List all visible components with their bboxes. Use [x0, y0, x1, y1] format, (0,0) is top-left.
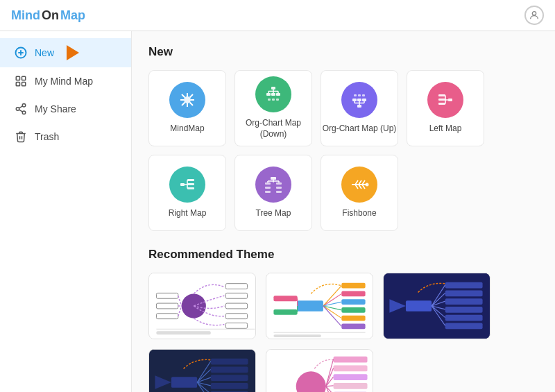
- svg-rect-55: [187, 183, 194, 185]
- main-layout: New My Mind Map: [0, 31, 555, 392]
- svg-rect-37: [362, 99, 366, 101]
- svg-rect-119: [445, 307, 483, 313]
- map-card-mindmap[interactable]: MindMap: [148, 70, 226, 146]
- svg-rect-25: [276, 93, 280, 96]
- map-card-right[interactable]: Right Map: [148, 155, 226, 231]
- logo-mind: Mind: [11, 8, 40, 23]
- mindmap-label: MindMap: [170, 123, 204, 135]
- svg-rect-113: [273, 334, 321, 337]
- logo-map: Map: [60, 8, 85, 23]
- theme-card-5[interactable]: [266, 349, 373, 392]
- header: MindOnMap: [0, 0, 555, 31]
- svg-rect-131: [211, 359, 248, 365]
- svg-rect-100: [341, 316, 365, 321]
- svg-rect-65: [276, 187, 282, 189]
- sidebar-item-my-share[interactable]: My Share: [0, 95, 131, 123]
- svg-rect-149: [334, 366, 368, 372]
- sidebar-mymindmap-label: My Mind Map: [35, 76, 93, 87]
- sidebar-item-new[interactable]: New: [0, 38, 131, 67]
- svg-line-21: [182, 103, 185, 106]
- new-arrow-icon: [67, 45, 79, 60]
- share-icon: [14, 102, 28, 116]
- svg-rect-22: [271, 87, 275, 90]
- svg-rect-4: [16, 76, 19, 80]
- sidebar: New My Mind Map: [0, 31, 132, 392]
- svg-rect-93: [156, 331, 210, 334]
- svg-rect-109: [273, 309, 297, 315]
- svg-rect-23: [266, 93, 271, 96]
- svg-rect-60: [271, 177, 276, 180]
- svg-rect-130: [171, 377, 197, 388]
- svg-rect-118: [445, 298, 483, 305]
- svg-rect-32: [272, 99, 275, 101]
- svg-rect-115: [406, 300, 432, 312]
- svg-rect-96: [341, 283, 365, 289]
- map-card-left[interactable]: Left Map: [407, 70, 484, 146]
- svg-rect-35: [352, 99, 357, 101]
- svg-rect-120: [445, 315, 483, 321]
- svg-rect-95: [298, 300, 323, 312]
- svg-rect-66: [276, 191, 282, 193]
- svg-rect-34: [357, 105, 361, 108]
- map-card-tree[interactable]: Tree Map: [234, 155, 312, 231]
- svg-rect-148: [334, 357, 368, 363]
- user-avatar[interactable]: [524, 6, 544, 25]
- svg-rect-101: [341, 323, 365, 329]
- tree-map-icon: [255, 167, 291, 203]
- trash-icon: [14, 130, 28, 144]
- svg-rect-6: [22, 76, 26, 80]
- svg-point-8: [22, 104, 26, 108]
- svg-rect-33: [276, 99, 279, 101]
- svg-rect-61: [265, 182, 271, 185]
- map-grid: MindMap: [148, 70, 538, 231]
- svg-rect-117: [445, 290, 483, 296]
- theme-card-2[interactable]: [266, 273, 373, 339]
- svg-point-80: [182, 293, 206, 318]
- org-down-icon: [255, 76, 291, 112]
- mindmap-icon: [169, 82, 205, 118]
- sidebar-item-my-mind-map[interactable]: My Mind Map: [0, 67, 131, 95]
- svg-rect-134: [211, 383, 248, 389]
- svg-rect-24: [271, 93, 275, 96]
- svg-rect-45: [362, 94, 365, 96]
- svg-rect-31: [268, 99, 271, 101]
- svg-line-19: [190, 103, 194, 106]
- svg-rect-150: [334, 374, 368, 380]
- left-map-icon: [427, 82, 463, 118]
- right-map-icon: [169, 167, 205, 203]
- svg-rect-121: [445, 323, 483, 329]
- left-map-label: Left Map: [429, 123, 462, 135]
- svg-rect-5: [16, 83, 19, 86]
- theme-card-1[interactable]: [148, 273, 256, 339]
- svg-rect-132: [211, 366, 248, 373]
- theme-card-4[interactable]: [148, 349, 256, 392]
- theme-card-3[interactable]: [383, 273, 490, 339]
- svg-rect-151: [334, 383, 368, 389]
- org-up-label: Org-Chart Map (Up): [323, 123, 397, 135]
- svg-rect-133: [211, 375, 248, 381]
- org-down-label: Org-Chart Map(Down): [246, 118, 301, 139]
- svg-point-78: [366, 183, 369, 187]
- svg-line-11: [19, 110, 22, 112]
- svg-line-12: [19, 106, 22, 108]
- svg-rect-62: [265, 187, 271, 189]
- sidebar-item-trash[interactable]: Trash: [0, 123, 131, 151]
- svg-line-20: [190, 94, 194, 98]
- sidebar-trash-label: Trash: [35, 131, 59, 142]
- svg-rect-7: [22, 83, 26, 86]
- fishbone-label: Fishbone: [342, 208, 376, 219]
- right-map-label: Right Map: [169, 208, 207, 219]
- logo-on: On: [42, 8, 59, 23]
- map-card-org-up[interactable]: Org-Chart Map (Up): [321, 70, 398, 146]
- svg-rect-36: [357, 99, 361, 101]
- svg-rect-108: [273, 296, 297, 301]
- svg-rect-46: [448, 99, 452, 101]
- svg-rect-97: [341, 291, 365, 296]
- map-card-org-down[interactable]: Org-Chart Map(Down): [234, 70, 312, 146]
- svg-rect-98: [341, 299, 365, 305]
- svg-rect-44: [358, 94, 361, 96]
- layers-icon: [14, 74, 28, 88]
- svg-line-18: [182, 94, 185, 98]
- svg-rect-116: [445, 282, 483, 289]
- map-card-fishbone[interactable]: Fishbone: [321, 155, 398, 231]
